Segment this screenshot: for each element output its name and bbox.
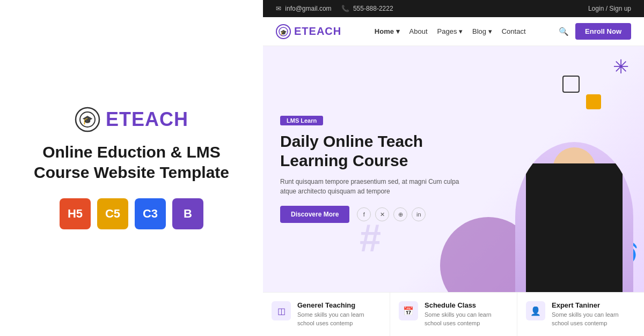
hero-content: LMS Learn Daily Online TeachLearning Cou… (280, 115, 463, 223)
schedule-icon: 📅 (399, 301, 418, 320)
css3-badge: C3 (135, 198, 166, 229)
twitter-x-icon[interactable]: ✕ (375, 207, 389, 221)
enroll-button[interactable]: Enroll Now (575, 23, 631, 40)
bootstrap-badge: B (172, 198, 203, 229)
left-panel: 🎓 ETEACH Online Eduction & LMS Course We… (0, 0, 263, 336)
hero-section: ✳ # 🌀 LMS Learn Daily Online TeachLearni… (263, 46, 644, 292)
feature-text-teaching: Generel Teaching Some skills you can lea… (297, 301, 381, 327)
expert-title: Expert Taniner (552, 301, 635, 309)
nav-links: Home ▾ About Pages ▾ Blog ▾ Contact (375, 27, 526, 35)
nav-actions: 🔍 Enroll Now (559, 23, 631, 40)
nav-link-pages[interactable]: Pages ▾ (437, 27, 463, 35)
pinterest-icon[interactable]: ⊕ (393, 207, 407, 221)
deco-square-outline (562, 76, 580, 93)
svg-text:🎓: 🎓 (82, 115, 93, 125)
left-logo-icon: 🎓 (75, 107, 100, 132)
discover-button[interactable]: Discovere More (280, 206, 349, 223)
hero-title: Daily Online TeachLearning Course (280, 132, 463, 170)
nav-link-about[interactable]: About (409, 27, 428, 35)
nav-logo-text: ETEACH (294, 25, 341, 38)
svg-text:🎓: 🎓 (280, 29, 287, 36)
feature-text-schedule: Schedule Class Some skills you can learn… (425, 301, 508, 327)
teaching-icon: ◫ (272, 301, 291, 320)
nav-link-home[interactable]: Home ▾ (375, 27, 400, 35)
features-bar: ◫ Generel Teaching Some skills you can l… (263, 292, 644, 336)
feature-card-teaching: ◫ Generel Teaching Some skills you can l… (263, 293, 390, 336)
deco-orange-square (586, 94, 601, 109)
phone-icon: 📞 (341, 5, 349, 12)
social-icons-row: f ✕ ⊕ in (357, 207, 426, 221)
schedule-desc: Some skills you can learn school uses co… (425, 311, 508, 327)
hero-description: Runt quisquam tempore praesentium sed, a… (280, 177, 463, 196)
html5-badge: H5 (60, 198, 91, 229)
topbar-contact: ✉ info@gmail.com 📞 555-888-2222 (276, 5, 393, 12)
topbar-auth[interactable]: Login / Sign up (588, 5, 631, 12)
hero-badge: LMS Learn (280, 116, 323, 125)
topbar-email: ✉ info@gmail.com (276, 5, 332, 12)
teaching-desc: Some skills you can learn school uses co… (297, 311, 381, 327)
left-logo-area: 🎓 ETEACH (75, 107, 188, 132)
linkedin-icon[interactable]: in (412, 207, 426, 221)
topbar-phone: 📞 555-888-2222 (341, 5, 393, 12)
right-panel: ✉ info@gmail.com 📞 555-888-2222 Login / … (263, 0, 644, 336)
nav-logo-icon: 🎓 (276, 24, 291, 39)
left-tagline: Online Eduction & LMS Course Website Tem… (21, 142, 241, 182)
css-badge: C5 (97, 198, 128, 229)
deco-star-icon: ✳ (613, 56, 629, 78)
top-bar: ✉ info@gmail.com 📞 555-888-2222 Login / … (263, 0, 644, 17)
feature-text-expert: Expert Taniner Some skills you can learn… (552, 301, 635, 327)
hero-cta-row: Discovere More f ✕ ⊕ in (280, 206, 463, 223)
nav-link-contact[interactable]: Contact (502, 27, 526, 35)
search-icon[interactable]: 🔍 (559, 27, 569, 36)
email-icon: ✉ (276, 5, 281, 12)
navbar: 🎓 ETEACH Home ▾ About Pages ▾ Blog ▾ Con… (263, 17, 644, 46)
expert-desc: Some skills you can learn school uses co… (552, 311, 635, 327)
nav-logo[interactable]: 🎓 ETEACH (276, 24, 341, 39)
hero-person-silhouette (515, 142, 633, 292)
schedule-title: Schedule Class (425, 301, 508, 309)
nav-link-blog[interactable]: Blog ▾ (472, 27, 492, 35)
teaching-title: Generel Teaching (297, 301, 381, 309)
person-body (526, 163, 623, 292)
facebook-icon[interactable]: f (357, 207, 371, 221)
feature-card-schedule: 📅 Schedule Class Some skills you can lea… (390, 293, 517, 336)
feature-card-expert: 👤 Expert Taniner Some skills you can lea… (517, 293, 644, 336)
expert-icon: 👤 (526, 301, 545, 320)
tech-icons-row: H5 C5 C3 B (60, 198, 203, 229)
left-logo-text: ETEACH (106, 108, 188, 131)
